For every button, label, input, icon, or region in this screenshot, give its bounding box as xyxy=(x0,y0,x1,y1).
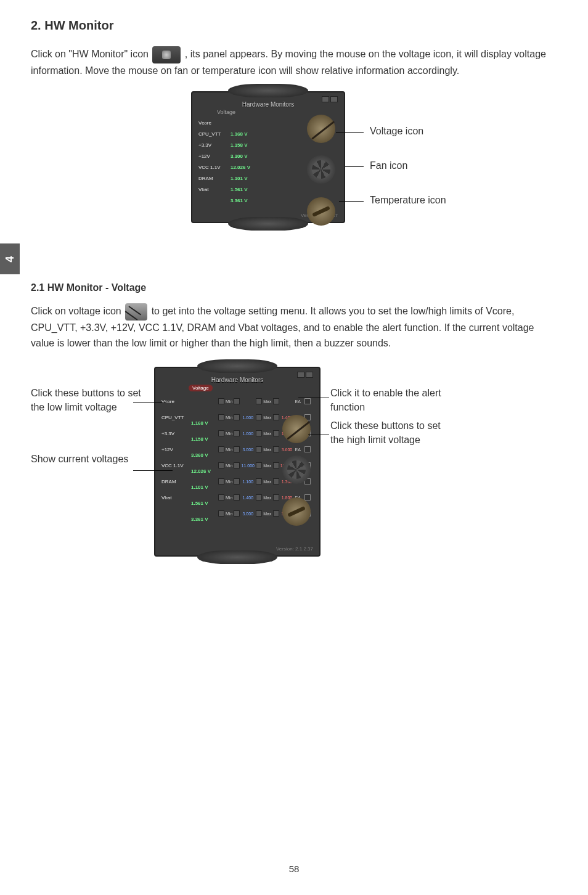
panel-ornament-bottom xyxy=(197,550,277,564)
panel-ornament-top xyxy=(197,359,277,373)
max-up-button[interactable] xyxy=(273,414,279,420)
max-up-button[interactable] xyxy=(273,510,279,517)
caption-enable-alert: Click it to enable the alert function xyxy=(330,386,450,414)
max-up-button[interactable] xyxy=(273,462,279,468)
callout-line xyxy=(336,132,364,133)
callout-fan: Fan icon xyxy=(370,160,407,171)
min-up-button[interactable] xyxy=(234,494,240,501)
hw-monitor-icon xyxy=(152,46,181,63)
min-down-button[interactable] xyxy=(218,414,224,420)
max-down-button[interactable] xyxy=(256,478,262,484)
min-up-button[interactable] xyxy=(234,446,240,452)
caption-low-limit: Click these buttons to set the low limit… xyxy=(31,386,154,414)
max-down-button[interactable] xyxy=(256,494,262,501)
panel-window-controls xyxy=(297,372,313,378)
min-down-button[interactable] xyxy=(218,510,224,517)
max-up-button[interactable] xyxy=(273,430,279,436)
intro-paragraph: Click on "HW Monitor" icon , its panel a… xyxy=(31,46,557,79)
panel-ornament-top xyxy=(228,84,308,97)
callout-line xyxy=(308,435,329,435)
callout-line xyxy=(345,166,364,167)
min-down-button[interactable] xyxy=(218,478,224,484)
max-up-button[interactable] xyxy=(273,446,279,452)
min-down-button[interactable] xyxy=(218,462,224,468)
subsection-paragraph: Click on voltage icon to get into the vo… xyxy=(31,303,557,351)
max-down-button[interactable] xyxy=(256,510,262,517)
enable-alert-checkbox[interactable] xyxy=(304,494,311,501)
chapter-tab: 4 xyxy=(0,243,20,274)
min-up-button[interactable] xyxy=(234,430,240,436)
max-down-button[interactable] xyxy=(256,414,262,420)
voltage-tab[interactable]: Voltage xyxy=(189,385,213,391)
close-icon[interactable] xyxy=(306,372,313,378)
max-down-button[interactable] xyxy=(256,462,262,468)
max-up-button[interactable] xyxy=(273,478,279,484)
chapter-number: 4 xyxy=(3,256,16,262)
min-up-button[interactable] xyxy=(234,510,240,517)
panel-title: Hardware Monitors xyxy=(161,377,313,383)
voltage-row: Vbat1.561 V xyxy=(198,184,338,195)
min-up-button[interactable] xyxy=(234,462,240,468)
subsection-heading: 2.1 HW Monitor - Voltage xyxy=(31,282,557,293)
min-down-button[interactable] xyxy=(218,446,224,452)
min-down-button[interactable] xyxy=(218,398,224,404)
callout-line xyxy=(339,201,364,202)
callout-line xyxy=(133,403,166,403)
min-up-button[interactable] xyxy=(234,414,240,420)
callout-voltage: Voltage icon xyxy=(370,126,423,137)
max-up-button[interactable] xyxy=(273,398,279,404)
max-up-button[interactable] xyxy=(273,494,279,501)
caption-high-limit: Click these buttons to set the high limi… xyxy=(330,419,450,447)
max-down-button[interactable] xyxy=(256,398,262,404)
caption-current-voltages: Show current voltages xyxy=(31,452,154,466)
section-heading: 2. HW Monitor xyxy=(31,18,557,33)
page-number: 58 xyxy=(289,864,300,874)
temperature-icon[interactable] xyxy=(307,197,335,226)
min-up-button[interactable] xyxy=(234,398,240,404)
panel-ornament-bottom xyxy=(228,217,308,231)
callout-line xyxy=(133,470,173,471)
callout-temperature: Temperature icon xyxy=(370,195,446,206)
hw-monitor-voltage-panel: Hardware Monitors Voltage Vcore MinMaxEA xyxy=(154,367,321,557)
callout-line xyxy=(298,398,329,398)
min-down-button[interactable] xyxy=(218,430,224,436)
max-down-button[interactable] xyxy=(256,446,262,452)
max-down-button[interactable] xyxy=(256,430,262,436)
min-down-button[interactable] xyxy=(218,494,224,501)
minimize-icon[interactable] xyxy=(297,372,304,378)
min-up-button[interactable] xyxy=(234,478,240,484)
hw-monitor-panel: Hardware Monitors Voltage Vcore CPU_VTT1… xyxy=(191,91,345,223)
voltage-icon-inline xyxy=(125,303,147,321)
